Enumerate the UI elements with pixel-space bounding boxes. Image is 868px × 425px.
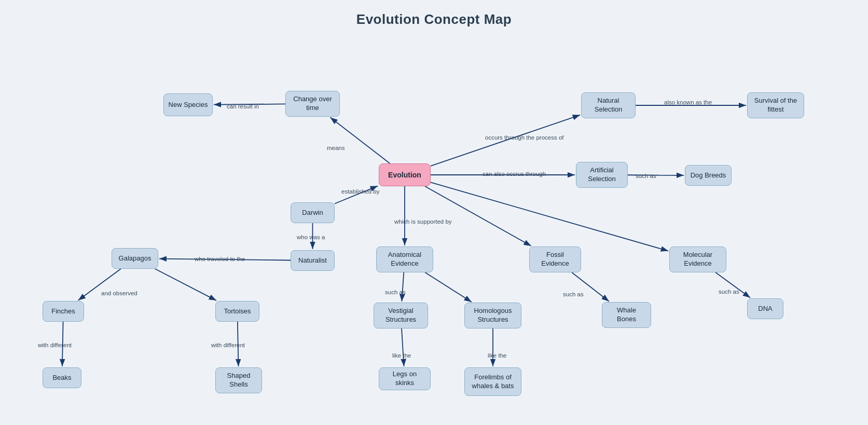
node-anatomical-evidence: Anatomical Evidence bbox=[376, 246, 433, 272]
edge-label-evolution-change-over-time: means bbox=[327, 144, 345, 152]
edge-label-darwin-evolution: established by bbox=[341, 188, 380, 196]
node-galapagos: Galapagos bbox=[112, 248, 158, 269]
svg-line-1 bbox=[330, 117, 390, 163]
edge-label-molecular-evidence-dna: such as bbox=[719, 288, 739, 296]
edge-label-anatomical-evidence-vestigial-structures: such as bbox=[385, 289, 406, 296]
concept-map: EvolutionChange over timeNew SpeciesNatu… bbox=[0, 31, 868, 425]
page: Evolution Concept Map EvolutionChange ov… bbox=[0, 0, 868, 425]
node-dna: DNA bbox=[747, 298, 783, 319]
node-artificial-selection: Artificial Selection bbox=[576, 162, 628, 188]
node-naturalist: Naturalist bbox=[291, 250, 335, 271]
edge-label-evolution-artificial-selection: can also occrus through bbox=[483, 170, 546, 178]
node-change-over-time: Change over time bbox=[285, 91, 340, 117]
node-fossil-evidence: Fossil Evidence bbox=[529, 246, 581, 272]
node-beaks: Beaks bbox=[43, 367, 81, 388]
svg-line-17 bbox=[402, 272, 404, 301]
edge-label-vestigial-structures-legs-on-skinks: like the bbox=[392, 352, 411, 360]
page-title: Evolution Concept Map bbox=[0, 0, 868, 28]
node-molecular-evidence: Molecular Evidence bbox=[669, 246, 726, 272]
edge-label-homologous-structures-forelimbs-whales: like the bbox=[488, 352, 506, 360]
node-shaped-shells: Shaped Shells bbox=[215, 367, 262, 393]
node-survival-fittest: Survival of the fittest bbox=[747, 92, 804, 118]
svg-line-11 bbox=[155, 269, 216, 300]
edge-label-darwin-naturalist: who was a bbox=[297, 234, 325, 241]
node-homologous-structures: Homologous Structures bbox=[464, 303, 521, 328]
svg-line-16 bbox=[431, 182, 668, 251]
node-evolution: Evolution bbox=[379, 163, 431, 186]
edge-label-tortoises-shaped-shells: with different bbox=[211, 341, 245, 349]
arrows-svg bbox=[0, 31, 868, 425]
node-tortoises: Tortoises bbox=[215, 301, 259, 322]
node-finches: Finches bbox=[43, 301, 84, 322]
edge-label-evolution-natural-selection: occurs through the process of bbox=[485, 134, 564, 142]
node-darwin: Darwin bbox=[291, 202, 335, 223]
node-vestigial-structures: Vestigial Structures bbox=[374, 303, 428, 328]
node-forelimbs-whales: Forelimbs of whales & bats bbox=[464, 367, 521, 396]
node-whale-bones: Whale Bones bbox=[602, 302, 651, 328]
edge-label-galapagos-finches: and observed bbox=[101, 290, 137, 297]
svg-line-21 bbox=[402, 328, 404, 366]
edge-label-evolution-anatomical-evidence: which is supported by bbox=[394, 218, 452, 226]
node-new-species: New Species bbox=[163, 93, 213, 116]
node-dog-breeds: Dog Breeds bbox=[685, 165, 732, 186]
edge-label-finches-beaks: with different bbox=[38, 341, 72, 349]
edge-label-natural-selection-survival-fittest: also known as the bbox=[664, 99, 712, 106]
node-legs-on-skinks: Legs on skinks bbox=[379, 367, 431, 390]
edge-label-naturalist-galapagos: who traveled to the bbox=[195, 255, 245, 263]
edge-label-change-over-time-new-species: can result in bbox=[227, 103, 259, 111]
svg-line-15 bbox=[425, 186, 531, 246]
node-natural-selection: Natural Selection bbox=[581, 92, 636, 118]
edge-label-fossil-evidence-whale-bones: such as bbox=[563, 291, 584, 298]
edge-label-artificial-selection-dog-breeds: such as bbox=[636, 172, 656, 180]
svg-line-18 bbox=[425, 272, 472, 302]
